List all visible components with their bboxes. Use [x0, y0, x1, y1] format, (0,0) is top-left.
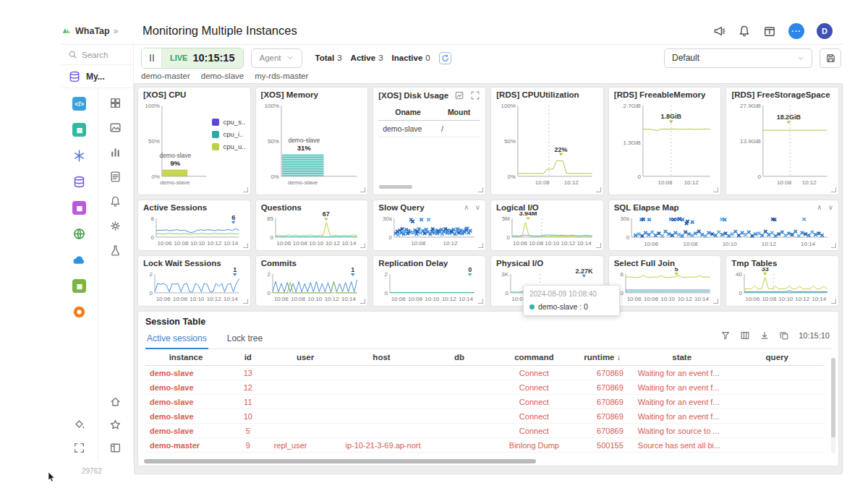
chevron-up-icon[interactable]: ∧: [464, 204, 469, 211]
column-header-instance[interactable]: instance: [145, 349, 226, 366]
product-page-icon[interactable]: ▣: [72, 279, 86, 293]
tab-active-sessions[interactable]: Active sessions: [145, 330, 208, 349]
copy-icon[interactable]: [779, 330, 789, 341]
product-oracle-icon[interactable]: [72, 305, 86, 319]
resize-handle[interactable]: [596, 243, 601, 248]
expand-icon[interactable]: [470, 90, 480, 101]
refresh-icon[interactable]: [439, 52, 451, 64]
slow-query-chart[interactable]: 30s010:0810:12: [378, 212, 480, 247]
product-browser-icon[interactable]: ▦: [72, 201, 86, 215]
sidebar-collapse-chevrons[interactable]: »: [114, 26, 119, 36]
column-header-command[interactable]: command: [497, 349, 571, 366]
chevron-down-icon[interactable]: ∨: [475, 204, 480, 211]
resize-handle[interactable]: [360, 299, 365, 304]
paint-bucket-icon[interactable]: [73, 419, 85, 431]
lab-flask-icon[interactable]: [109, 244, 122, 257]
column-header-db[interactable]: db: [422, 349, 496, 366]
report-icon[interactable]: [109, 171, 122, 183]
sidebar-item-my-project[interactable]: My...: [61, 65, 133, 88]
column-header-state[interactable]: state: [634, 349, 731, 366]
column-header-runtime[interactable]: runtime ↓: [571, 349, 634, 366]
product-app-icon[interactable]: </>: [72, 97, 86, 111]
product-cloud-icon[interactable]: [72, 253, 86, 267]
chart-view-toggle-icon[interactable]: [454, 90, 464, 101]
alert-bell-icon[interactable]: [109, 195, 122, 208]
table-row[interactable]: demo-master9repl_userip-10-21-3-69.ap-no…: [145, 438, 824, 453]
horizontal-scrollbar[interactable]: [144, 459, 536, 463]
resize-handle[interactable]: [478, 187, 483, 192]
vertical-scrollbar[interactable]: [831, 358, 835, 453]
filter-funnel-icon[interactable]: [720, 330, 731, 341]
tag-demo-master[interactable]: demo-master: [141, 72, 190, 80]
select-full-join-chart[interactable]: 6010:0610:0810:1010:1210:145: [614, 268, 716, 302]
disk-col-oname[interactable]: Oname: [378, 108, 438, 116]
sidebar-search[interactable]: Search: [61, 45, 133, 65]
home-icon[interactable]: [109, 395, 122, 408]
table-row[interactable]: demo-slave11Connect670869Waiting for an …: [145, 395, 824, 409]
table-row[interactable]: demo-slave10Connect670869Waiting for an …: [145, 409, 824, 424]
disk-col-mount[interactable]: Mount: [438, 108, 480, 116]
agent-dropdown[interactable]: Agent: [251, 48, 302, 68]
chevron-up-icon[interactable]: ∧: [817, 204, 822, 211]
chat-support-icon[interactable]: ···: [788, 23, 804, 39]
replication-delay-chart[interactable]: 2010:0610:0810:1010:1210:140: [378, 268, 480, 302]
flash-view-icon[interactable]: [109, 121, 122, 134]
lock-wait-sessions-chart[interactable]: 2010:0610:0810:1010:1210:141: [143, 268, 245, 302]
column-header-host[interactable]: host: [341, 349, 422, 366]
sql-elapse-map-chart[interactable]: 30s010:0610:0810:1010:1210:14: [614, 212, 833, 247]
rds-freeable-memory-chart[interactable]: 2.7GiB1.3GiB010:0810:121.8GiB: [614, 99, 716, 186]
resize-handle[interactable]: [243, 243, 248, 248]
resize-handle[interactable]: [360, 243, 365, 248]
legend-item[interactable]: cpu_s..: [212, 118, 245, 126]
dashboard-grid-icon[interactable]: [109, 97, 122, 109]
product-server-icon[interactable]: ▤: [72, 123, 86, 137]
whatap-logo[interactable]: WhaTap »: [61, 26, 135, 36]
active-sessions-chart[interactable]: 8010:0610:0810:1010:1210:146: [143, 212, 245, 247]
resize-handle[interactable]: [478, 243, 483, 248]
table-row[interactable]: demo-slave13Connect670869Waiting for an …: [145, 366, 824, 380]
xos-memory-chart[interactable]: 100%50%0%demo-slavedemo-slave31%: [261, 99, 363, 186]
chevron-down-icon[interactable]: ∨: [828, 204, 833, 211]
table-row[interactable]: demo-slave5Connect670869Waiting for sour…: [145, 424, 824, 438]
live-clock[interactable]: LIVE 10:15:15: [162, 48, 243, 68]
pause-button[interactable]: [142, 48, 162, 68]
layout-panel-icon[interactable]: [109, 442, 122, 454]
questions-chart[interactable]: 85010:0610:0810:1010:1210:1467: [261, 212, 363, 247]
columns-icon[interactable]: [740, 330, 750, 341]
table-row[interactable]: demo-slave12Connect670869Waiting for an …: [145, 380, 824, 395]
product-kube-icon[interactable]: [72, 149, 86, 163]
column-header-query[interactable]: query: [731, 349, 824, 366]
view-preset-select[interactable]: Default: [664, 48, 812, 68]
disk-table-row[interactable]: demo-slave /: [378, 121, 480, 137]
tab-lock-tree[interactable]: Lock tree: [226, 330, 264, 349]
resize-handle[interactable]: [478, 299, 483, 304]
calendar-info-icon[interactable]: [763, 25, 776, 38]
legend-item[interactable]: cpu_i..: [212, 130, 245, 138]
rds-cpu-chart[interactable]: 100%50%0%10:0810:1222%: [496, 99, 598, 186]
resize-handle[interactable]: [713, 299, 718, 304]
resize-handle[interactable]: [243, 299, 248, 304]
notification-bell-icon[interactable]: [738, 25, 751, 38]
favorites-star-icon[interactable]: [109, 419, 122, 431]
resize-handle[interactable]: [831, 187, 836, 192]
resize-handle[interactable]: [596, 187, 601, 192]
logical-io-chart[interactable]: 5M010:0610:0810:1010:1210:143.94M: [496, 212, 598, 247]
resize-handle[interactable]: [831, 243, 836, 248]
megaphone-icon[interactable]: [712, 25, 726, 38]
horizontal-scrollbar[interactable]: [379, 185, 412, 189]
analysis-chart-icon[interactable]: [109, 146, 122, 158]
resize-handle[interactable]: [831, 299, 836, 304]
column-header-id[interactable]: id: [226, 349, 270, 366]
product-url-icon[interactable]: [72, 227, 86, 241]
rds-free-storage-chart[interactable]: 27.9GiB13.9GiB010:0810:1218.2GiB: [731, 99, 833, 186]
save-view-button[interactable]: [820, 48, 841, 68]
resize-handle[interactable]: [243, 187, 248, 192]
legend-item[interactable]: cpu_u..: [212, 142, 245, 150]
tag-demo-slave[interactable]: demo-slave: [201, 72, 244, 80]
product-database-icon[interactable]: [72, 175, 86, 189]
settings-gear-icon[interactable]: [109, 220, 122, 232]
user-avatar[interactable]: D: [817, 23, 833, 39]
commits-chart[interactable]: 2010:0610:0810:1010:1210:141: [261, 268, 363, 302]
fullscreen-icon[interactable]: [73, 442, 85, 454]
tmp-tables-chart[interactable]: 40010:0610:0810:1010:1210:1433: [731, 268, 833, 302]
